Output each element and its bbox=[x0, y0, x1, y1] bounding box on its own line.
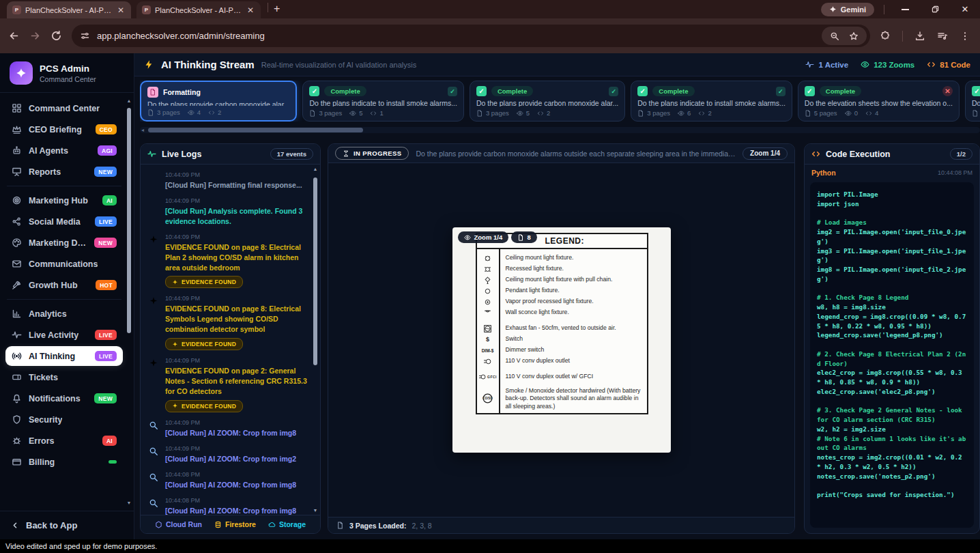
code-language-label: Python bbox=[811, 169, 836, 177]
scroll-down-icon[interactable]: ▼ bbox=[313, 508, 318, 513]
restore-button[interactable] bbox=[920, 0, 950, 18]
sidebar-item-label: Live Activity bbox=[29, 330, 78, 340]
sidebar-item-ai-thinking[interactable]: AI ThinkingLIVE bbox=[5, 346, 123, 366]
minimize-button[interactable] bbox=[890, 0, 920, 18]
pages-stat-value: 3 pages bbox=[157, 109, 180, 116]
legend-row-text: Exhaust fan - 50cfm, vented to outside a… bbox=[499, 324, 619, 332]
plan-image[interactable]: Zoom 1/4 8 LEGEND: Ceiling mount light f… bbox=[452, 227, 671, 453]
browser-tab-1[interactable]: P PlanCheckSolver - AI-Powered ✕ bbox=[7, 1, 131, 18]
browser-chrome: P PlanCheckSolver - AI-Powered ✕ P PlanC… bbox=[0, 0, 980, 53]
code-line bbox=[817, 481, 967, 490]
menu-dots-icon[interactable] bbox=[960, 31, 970, 42]
code-panel-header: Code Execution 1/2 bbox=[805, 144, 979, 165]
bell-icon bbox=[12, 393, 22, 403]
new-tab-button[interactable]: + bbox=[274, 3, 280, 15]
back-to-app-button[interactable]: Back to App bbox=[0, 511, 134, 539]
extensions-icon[interactable] bbox=[880, 31, 891, 42]
scrollbar-thumb[interactable] bbox=[148, 128, 363, 132]
code-line bbox=[817, 340, 967, 350]
url-text[interactable]: app.planchecksolver.com/admin/streaming bbox=[97, 31, 815, 41]
cards-scrollbar[interactable]: ◂ bbox=[140, 127, 980, 133]
question-card-4[interactable]: ✓Complete✓Do the plans indicate to insta… bbox=[631, 81, 792, 122]
sidebar-item-ceo-briefing[interactable]: CEO BriefingCEO bbox=[5, 119, 123, 139]
card-status-badge: Complete bbox=[820, 86, 861, 96]
sidebar-item-reports[interactable]: ReportsNEW bbox=[5, 162, 123, 182]
sidebar-item-marketing-hub[interactable]: Marketing HubAI bbox=[5, 190, 123, 210]
back-icon[interactable] bbox=[8, 30, 20, 42]
bookmark-star-icon[interactable] bbox=[849, 31, 859, 41]
legend-row-text: Dimmer switch bbox=[499, 346, 547, 354]
scroll-up-icon[interactable]: ▲ bbox=[126, 98, 132, 103]
question-card-1[interactable]: FormattingDo the plans provide carbon mo… bbox=[140, 81, 297, 122]
scrollbar-thumb[interactable] bbox=[127, 108, 131, 333]
sidebar-item-marketing-designs[interactable]: Marketing DesignsNEW bbox=[5, 233, 123, 253]
sidebar-item-command-center[interactable]: Command Center bbox=[5, 98, 123, 118]
code-line bbox=[817, 284, 967, 294]
reload-icon[interactable] bbox=[51, 30, 62, 42]
sidebar-item-notifications[interactable]: NotificationsNEW bbox=[5, 388, 123, 408]
sidebar-scrollbar[interactable]: ▲ ▼ bbox=[126, 98, 132, 505]
log-entry-2: undefined10:44:09 PM[Cloud Run] Analysis… bbox=[149, 197, 311, 227]
gemini-button[interactable]: Gemini bbox=[821, 3, 874, 16]
header-stat-81-code: 81 Code bbox=[927, 60, 970, 69]
question-card-3[interactable]: ✓Complete✓Do the plans provide carbon mo… bbox=[470, 81, 625, 122]
scroll-down-icon[interactable]: ▼ bbox=[126, 500, 132, 505]
site-settings-icon[interactable] bbox=[80, 31, 90, 41]
sidebar-item-tickets[interactable]: Tickets bbox=[5, 367, 123, 387]
scroll-left-icon[interactable]: ◂ bbox=[141, 127, 144, 133]
crown-icon bbox=[12, 124, 22, 134]
url-field[interactable]: app.planchecksolver.com/admin/streaming bbox=[72, 25, 870, 47]
card-status-badge: Complete bbox=[652, 86, 694, 96]
zoom-search-icon[interactable] bbox=[830, 31, 839, 41]
code-stat-value: 1 bbox=[379, 109, 383, 117]
sidebar-item-errors[interactable]: ErrorsAI bbox=[5, 431, 123, 451]
sidebar-item-security[interactable]: Security bbox=[5, 410, 123, 429]
legend-row-dimmer-switch: DIM-$Dimmer switch bbox=[477, 345, 647, 356]
log-list: undefined10:44:09 PM[Cloud Run] Formatti… bbox=[141, 165, 311, 515]
media-list-icon[interactable] bbox=[937, 31, 948, 42]
scrollbar-thumb[interactable] bbox=[313, 178, 317, 365]
scroll-up-icon[interactable]: ▲ bbox=[313, 167, 318, 171]
logs-scrollbar[interactable]: ▲ ▼ bbox=[313, 167, 318, 513]
sidebar-item-ai-agents[interactable]: AI AgentsAGI bbox=[5, 141, 123, 160]
code-block[interactable]: import PIL.Imageimport json # Load image… bbox=[810, 182, 974, 528]
zooms-stat-value: 5 bbox=[359, 109, 362, 117]
log-entry-1: undefined10:44:09 PM[Cloud Run] Formatti… bbox=[149, 171, 311, 190]
header-stat-1-active: 1 Active bbox=[805, 60, 848, 69]
zooms-stat: 0 bbox=[845, 109, 858, 117]
exhaust-fan-symbol bbox=[477, 324, 499, 333]
sidebar-item-analytics[interactable]: Analytics bbox=[5, 304, 123, 324]
duplex-outlet-symbol bbox=[477, 357, 499, 366]
log-message: [Cloud Run] Analysis complete. Found 3 e… bbox=[165, 206, 311, 227]
gemini-icon bbox=[829, 5, 837, 13]
browser-tab-2[interactable]: P PlanCheckSolver - AI-Powered ✕ bbox=[136, 1, 261, 18]
question-card-2[interactable]: ✓Complete✓Do the plans indicate to insta… bbox=[302, 81, 464, 122]
log-entry-9: 10:44:08 PM[Cloud Run] AI ZOOM: Crop fro… bbox=[149, 497, 311, 515]
sidebar-item-communications[interactable]: Communications bbox=[5, 254, 123, 274]
card-indicator: ✓ bbox=[776, 87, 786, 96]
log-message: EVIDENCE FOUND on page 2: General Notes … bbox=[165, 366, 311, 397]
pulse-icon bbox=[147, 150, 156, 158]
download-icon[interactable] bbox=[914, 31, 925, 42]
tab-close-icon[interactable]: ✕ bbox=[116, 5, 126, 15]
legend-document: LEGEND: Ceiling mount light fixture.Rece… bbox=[476, 233, 648, 414]
close-window-button[interactable]: ✕ bbox=[950, 0, 980, 18]
header-stat-123-zooms: 123 Zooms bbox=[861, 60, 914, 69]
status-badge-label: IN PROGRESS bbox=[354, 150, 401, 157]
forward-icon[interactable] bbox=[29, 30, 41, 42]
sidebar-item-badge: LIVE bbox=[95, 216, 117, 227]
tab-close-icon[interactable]: ✕ bbox=[246, 5, 255, 15]
sidebar-item-live-activity[interactable]: Live ActivityLIVE bbox=[5, 325, 123, 345]
target-icon bbox=[12, 195, 22, 205]
sidebar-item-billing[interactable]: Billing bbox=[5, 452, 123, 472]
code-line: notes_crop = img2.crop((0.01 * w2, 0.2 *… bbox=[817, 453, 967, 472]
events-count-badge: 17 events bbox=[270, 148, 313, 160]
pages-stat-value: 3 pages bbox=[486, 109, 509, 117]
question-card-5[interactable]: ✓Complete✕Do the elevation sheets show t… bbox=[798, 81, 960, 122]
log-entry-7: 10:44:09 PM[Cloud Run] AI ZOOM: Crop fro… bbox=[149, 445, 311, 464]
zooms-stat: 5 bbox=[349, 109, 362, 117]
question-card-6[interactable]: ✓Complete✕Do the plans demonstrate the a… bbox=[965, 81, 980, 122]
sidebar-item-label: Marketing Hub bbox=[29, 196, 88, 205]
sidebar-item-social-media[interactable]: Social MediaLIVE bbox=[5, 212, 123, 231]
sidebar-item-growth-hub[interactable]: Growth HubHOT bbox=[5, 275, 123, 295]
